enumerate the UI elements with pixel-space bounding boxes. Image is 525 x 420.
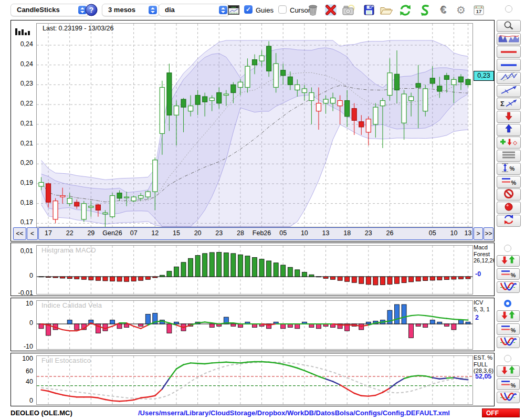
euro-icon[interactable]: € [436, 3, 451, 17]
date-tick-label: 28 [237, 229, 244, 237]
axis-tick-label: 0,24 [11, 60, 33, 68]
swap-arrows-icon [503, 214, 514, 227]
swap-arrows-tool[interactable] [497, 215, 521, 227]
cursor-checkbox[interactable] [278, 5, 287, 14]
delete-x-icon[interactable] [323, 3, 338, 17]
icv-arrows-red-green-button[interactable] [497, 310, 520, 322]
date-tick-label: 10 [301, 229, 308, 237]
undo-s-icon[interactable] [417, 3, 432, 17]
date-tick-label: 29 [87, 229, 94, 237]
red-line-icon [499, 47, 518, 57]
trendline-tool[interactable] [497, 85, 521, 97]
macd-panel-radio[interactable] [504, 245, 511, 252]
icv-params-label: ICV5, 3, 1 [474, 299, 495, 312]
macd-title: Histgrama MACD [41, 246, 96, 254]
macd-curves-button[interactable] [497, 281, 520, 293]
sigma-trend-tool[interactable]: Σ [497, 98, 521, 110]
trash-icon[interactable] [306, 3, 320, 17]
record-tool[interactable] [497, 202, 521, 214]
axis-tick-label: 0,23 [11, 80, 33, 87]
up-arrow-tool[interactable] [497, 124, 521, 136]
off-toggle-button[interactable]: OFF [482, 408, 520, 417]
timeframe-select[interactable]: dia [159, 4, 229, 16]
blue-line-tool[interactable] [497, 59, 521, 71]
indicator-chart-tool[interactable] [497, 33, 521, 45]
list-lines-tool[interactable] [497, 150, 521, 162]
stochastic-canvas[interactable] [36, 355, 473, 405]
axis-tick-label: 0,24 [11, 40, 33, 48]
main-left-axis: 0,240,240,230,220,210,210,200,190,180,17 [11, 20, 35, 241]
date-tick-label: Gen26 [102, 229, 122, 237]
config-path-label[interactable]: /Users/mserra/Library/CloudStorage/Dropb… [94, 409, 494, 417]
macd-arrows-red-green-button[interactable] [497, 255, 520, 267]
scroll-last-button[interactable]: >> [484, 227, 494, 240]
levels-percent-icon: % [500, 268, 516, 280]
stochastic-params-label: EST. %FULL(28,3,6) [474, 354, 495, 374]
question-icon[interactable]: ? [84, 3, 99, 17]
main-chart-canvas[interactable] [36, 23, 473, 227]
stochastic-panel: Full Estocastico 10060400 EST. %FULL(28,… [10, 353, 495, 406]
scroll-next-button[interactable]: > [474, 227, 483, 240]
scroll-first-button[interactable]: << [13, 227, 26, 240]
date-tick-label: 20 [194, 229, 202, 237]
date-tick-label: 23 [215, 229, 223, 237]
chart-type-select[interactable]: CandleSticks [10, 4, 89, 16]
stoch-levels-percent-button[interactable]: % [497, 379, 520, 390]
zigzag-channel-tool[interactable] [497, 72, 521, 84]
range-percent-tool[interactable]: % [497, 163, 521, 175]
open-folder-icon[interactable] [379, 3, 394, 17]
macd-canvas[interactable] [36, 245, 473, 295]
chevron-updown-icon [149, 6, 157, 14]
axis-tick-label: 0,17 [11, 218, 33, 226]
calendar-icon[interactable]: 17 [471, 3, 486, 17]
curves-icon [499, 391, 517, 404]
icv-panel-radio[interactable] [504, 300, 511, 307]
down-arrow-tool[interactable] [497, 111, 521, 123]
levels-percent-icon: % [500, 379, 516, 391]
camera-icon[interactable] [341, 3, 356, 17]
levels-percent-icon: % [501, 176, 517, 188]
last-price-label: Last: 0.23199 - 13/03/26 [43, 25, 114, 32]
icv-curves-button[interactable] [497, 337, 520, 348]
record-icon [504, 202, 513, 214]
refresh-icon[interactable] [398, 3, 413, 17]
axis-tick-label: 0,21 [11, 120, 33, 127]
macd-value: -0 [475, 270, 481, 278]
axis-tick-label: 100 [11, 355, 33, 362]
scroll-prev-button[interactable]: < [27, 227, 38, 240]
svg-text:%: % [511, 272, 516, 278]
curves-icon [499, 281, 517, 293]
axis-tick-label: 0 [11, 272, 33, 279]
svg-text:%: % [511, 327, 516, 333]
icv-levels-percent-button[interactable]: % [497, 323, 520, 335]
levels-percent-icon: % [500, 323, 516, 335]
guies-checkbox[interactable]: ✓ [244, 5, 253, 14]
stoch-curves-button[interactable] [497, 392, 520, 403]
date-tick-label: 26 [386, 229, 393, 237]
period-select[interactable]: 3 mesos [102, 4, 159, 16]
red-line-tool[interactable] [497, 46, 521, 58]
gear-icon[interactable]: ⚙ [454, 3, 468, 17]
date-tick-label: 15 [173, 229, 180, 237]
icv-title: Indice Calidad Vela [41, 301, 102, 309]
macd-levels-percent-button[interactable]: % [497, 268, 520, 280]
axis-tick-label: 0 [11, 319, 33, 327]
stoch-panel-radio[interactable] [504, 355, 511, 362]
stoch-arrows-red-green-button[interactable] [497, 365, 520, 377]
levels-percent-tool[interactable]: % [497, 176, 521, 188]
axis-tick-label: 10 [11, 300, 33, 307]
main-chart-radio[interactable] [505, 5, 512, 13]
no-entry-tool[interactable] [497, 188, 521, 201]
add-signal-icon [499, 137, 518, 149]
save-icon[interactable] [362, 3, 376, 17]
arrows-red-green-icon [500, 255, 517, 267]
mini-chart-window-icon[interactable]: n.n.n [226, 3, 241, 17]
curves-icon [499, 336, 517, 349]
date-tick-label: 05 [279, 229, 287, 237]
add-signal-tool[interactable] [497, 136, 521, 149]
guies-label: Guies [256, 6, 274, 14]
symbol-label: DEOLEO (OLE.MC) [10, 409, 72, 417]
zoom-tool[interactable] [497, 20, 521, 32]
no-entry-icon [503, 188, 514, 201]
main-chart-panel: 0,240,240,230,220,210,210,200,190,180,17… [10, 20, 495, 242]
